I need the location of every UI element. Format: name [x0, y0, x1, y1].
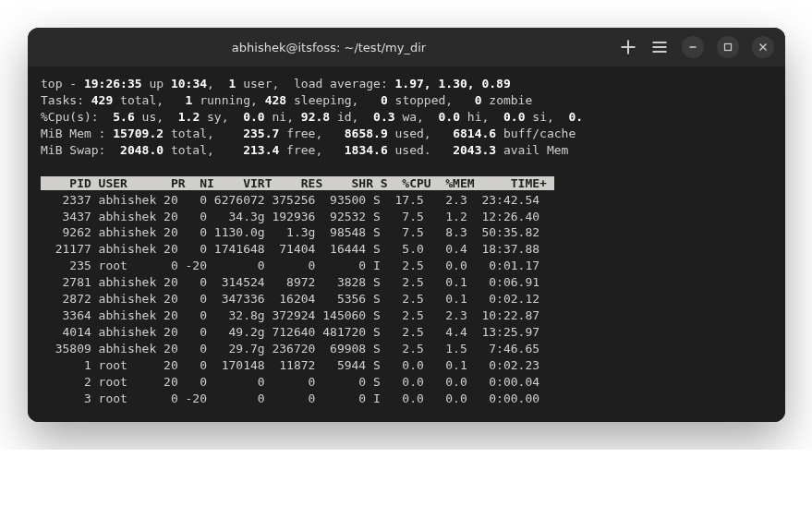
- menu-button[interactable]: [650, 38, 669, 56]
- minimize-button[interactable]: [682, 36, 704, 58]
- titlebar-controls: [619, 36, 774, 58]
- column-headers: PID USER PR NI VIRT RES SHR S %CPU %MEM …: [41, 176, 554, 190]
- summary-tasks: Tasks: 429 total, 1 running, 428 sleepin…: [41, 93, 532, 107]
- terminal-window: abhishek@itsfoss: ~/test/my_dir top - 19…: [28, 28, 785, 422]
- close-button[interactable]: [752, 36, 774, 58]
- top-output: top - 19:26:35 up 10:34, 1 user, load av…: [41, 76, 772, 407]
- window-title: abhishek@itsfoss: ~/test/my_dir: [39, 41, 619, 54]
- summary-mem: MiB Mem : 15709.2 total, 235.7 free, 865…: [41, 126, 576, 140]
- titlebar: abhishek@itsfoss: ~/test/my_dir: [28, 28, 785, 66]
- summary-line-1: top - 19:26:35 up 10:34, 1 user, load av…: [41, 77, 511, 90]
- new-tab-button[interactable]: [619, 38, 637, 56]
- svg-rect-0: [725, 44, 732, 51]
- maximize-button[interactable]: [717, 36, 739, 58]
- summary-swap: MiB Swap: 2048.0 total, 213.4 free, 1834…: [41, 143, 576, 157]
- process-table: 2337 abhishek 20 0 6276072 375256 93500 …: [41, 193, 539, 405]
- terminal-body[interactable]: top - 19:26:35 up 10:34, 1 user, load av…: [28, 66, 785, 422]
- summary-cpu: %Cpu(s): 5.6 us, 1.2 sy, 0.0 ni, 92.8 id…: [41, 110, 583, 124]
